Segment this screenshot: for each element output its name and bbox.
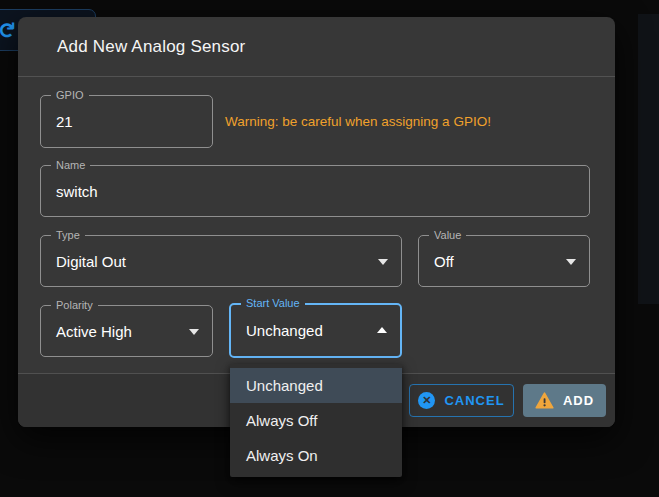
name-value: switch xyxy=(56,166,98,216)
add-button[interactable]: ADD xyxy=(523,384,606,417)
gpio-field[interactable]: GPIO 21 xyxy=(40,95,213,148)
polarity-select[interactable]: Polarity Active High xyxy=(40,305,213,357)
type-value: Digital Out xyxy=(56,236,126,286)
cancel-button-label: CANCEL xyxy=(444,393,504,408)
chevron-down-icon xyxy=(566,259,576,265)
value-value: Off xyxy=(434,236,454,286)
background-page-edge xyxy=(638,14,659,304)
polarity-value: Active High xyxy=(56,306,132,356)
cancel-button[interactable]: ✕ CANCEL xyxy=(409,384,514,417)
menu-item-unchanged[interactable]: Unchanged xyxy=(230,368,402,403)
dialog-header: Add New Analog Sensor xyxy=(18,17,615,77)
menu-item-always-off[interactable]: Always Off xyxy=(230,403,402,438)
dialog-title: Add New Analog Sensor xyxy=(57,37,246,57)
menu-item-always-on[interactable]: Always On xyxy=(230,438,402,473)
type-select[interactable]: Type Digital Out xyxy=(40,235,402,287)
start-value-select[interactable]: Start Value Unchanged xyxy=(229,303,402,358)
add-button-label: ADD xyxy=(563,393,594,408)
value-select[interactable]: Value Off xyxy=(418,235,590,287)
close-icon: ✕ xyxy=(418,392,435,409)
gpio-warning-text: Warning: be careful when assigning a GPI… xyxy=(225,95,491,148)
start-value-dropdown-menu: Unchanged Always Off Always On xyxy=(230,364,402,477)
gpio-value: 21 xyxy=(56,96,73,147)
chevron-down-icon xyxy=(189,329,199,335)
chevron-down-icon xyxy=(378,259,388,265)
start-value-value: Unchanged xyxy=(246,305,323,356)
chevron-up-icon xyxy=(377,327,387,333)
refresh-icon: ↻ xyxy=(0,21,17,39)
warning-icon xyxy=(535,392,554,409)
name-field[interactable]: Name switch xyxy=(40,165,590,217)
